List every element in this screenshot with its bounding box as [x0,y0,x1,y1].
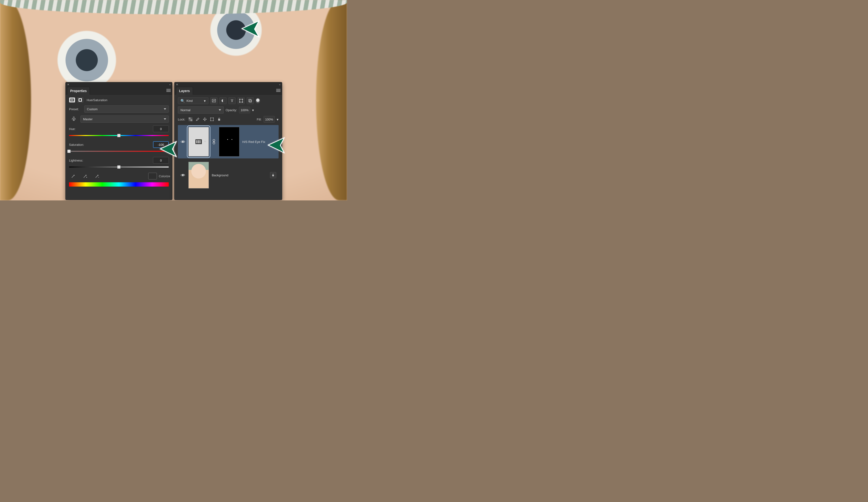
lock-all-icon[interactable] [216,116,223,122]
colorize-label: Colorize [160,173,169,179]
svg-rect-3 [73,99,73,101]
lock-artboard-icon[interactable] [209,116,215,122]
lock-pixels-icon[interactable] [194,116,201,122]
filter-adjustment-icon[interactable] [219,97,227,104]
lightness-slider-thumb[interactable] [117,165,121,169]
chevron-down-icon: ▾ [204,99,206,103]
eyedropper-icon[interactable] [69,173,78,179]
svg-rect-30 [272,175,274,176]
blend-mode-value: Normal [180,108,190,112]
preset-label: Preset: [69,107,82,111]
lightness-slider[interactable] [69,165,169,170]
visibility-icon[interactable] [180,173,186,178]
svg-rect-19 [210,118,214,121]
panel-topstrip: ✕ [66,82,172,87]
close-icon[interactable]: ✕ [67,83,69,86]
svg-point-13 [242,102,243,103]
svg-rect-9 [240,99,242,102]
filter-type-value: Kind [186,99,193,103]
spectrum-strip-top [69,182,169,187]
filter-toggle[interactable] [256,98,260,103]
collapse-icon[interactable] [279,83,280,86]
svg-point-10 [239,99,240,100]
panel-menu-icon[interactable] [166,89,171,92]
saturation-slider[interactable] [69,149,169,154]
layer-mask-thumbnail[interactable] [219,127,239,157]
svg-rect-23 [196,140,197,143]
preset-dropdown[interactable]: Custom [84,105,169,113]
layer-row[interactable]: Background [178,160,279,190]
collapse-icon[interactable] [169,83,171,86]
svg-point-29 [183,175,184,176]
svg-rect-17 [189,117,190,119]
opacity-field[interactable]: 100% [239,107,250,113]
svg-rect-24 [198,140,199,143]
channel-value: Master [83,117,93,121]
opacity-value: 100% [241,108,248,112]
background-layer-thumbnail[interactable] [188,162,209,188]
hue-input[interactable] [153,125,169,132]
targeted-adjustment-icon[interactable] [69,116,79,122]
lock-transparency-icon[interactable] [187,116,194,122]
svg-point-11 [242,99,243,100]
layer-name[interactable]: Background [212,174,228,177]
preset-value: Custom [87,107,97,111]
eyedropper-plus-icon[interactable] [81,173,90,179]
lock-icon[interactable] [270,172,276,178]
properties-tab[interactable]: Properties [67,87,90,94]
lock-position-icon[interactable] [202,116,208,122]
chevron-down-icon[interactable]: ▾ [252,108,254,112]
search-icon: 🔍 [180,99,185,103]
filter-pixel-icon[interactable] [210,97,217,104]
lightness-label: Lightness: [69,159,83,162]
svg-rect-18 [190,119,193,121]
fill-value: 100% [265,118,273,121]
svg-marker-31 [242,21,259,37]
chevron-down-icon[interactable]: ▾ [277,118,279,121]
layers-tab[interactable]: Layers [176,87,193,94]
blend-mode-dropdown[interactable]: Normal [178,106,224,114]
hue-slider-thumb[interactable] [117,134,121,137]
lock-label: Lock: [178,118,185,121]
svg-rect-7 [212,99,216,102]
panel-menu-icon[interactable] [276,89,280,92]
eyedropper-minus-icon[interactable] [93,173,102,179]
visibility-icon[interactable] [180,139,186,144]
filter-smartobject-icon[interactable] [247,97,254,104]
panel-topstrip: ✕ [175,82,282,87]
svg-rect-1 [71,99,71,101]
adjustment-layer-thumbnail[interactable] [188,127,209,157]
svg-point-21 [183,141,184,143]
channel-dropdown[interactable]: Master [81,115,169,123]
svg-rect-25 [199,140,200,143]
layer-row[interactable]: H/S Red Eye Fix [178,125,279,158]
panel-tabbar: Layers [175,87,282,94]
link-icon[interactable] [212,138,216,146]
layer-mask-icon[interactable] [77,97,83,103]
hue-label: Hue: [69,127,75,131]
fill-field[interactable]: 100% [264,116,275,123]
close-icon[interactable]: ✕ [176,83,178,86]
svg-rect-20 [218,119,220,121]
lightness-input[interactable] [153,157,169,164]
saturation-label: Saturation: [69,143,84,146]
canvas-photo [0,0,347,200]
properties-panel: ✕ Properties Hue/Saturation Preset: Cust… [65,82,172,200]
filter-type-text-icon[interactable]: T [228,97,236,104]
svg-marker-32 [161,142,176,157]
filter-type-dropdown[interactable]: 🔍 Kind ▾ [178,97,208,104]
svg-point-12 [239,102,240,103]
svg-point-6 [73,119,74,121]
colorize-checkbox[interactable] [148,173,157,179]
layer-name[interactable]: H/S Red Eye Fix [242,140,265,144]
adjustment-thumbnail-icon[interactable] [69,97,75,103]
opacity-label: Opacity: [226,108,237,112]
saturation-slider-thumb[interactable] [67,149,71,153]
fill-label: Fill: [257,118,262,121]
svg-marker-33 [268,138,284,153]
svg-point-5 [79,99,81,101]
hue-slider[interactable] [69,133,169,138]
adjustment-type-label: Hue/Saturation [87,98,107,102]
layers-panel: ✕ Layers 🔍 Kind ▾ T [174,82,282,200]
filter-shape-icon[interactable] [238,97,245,104]
